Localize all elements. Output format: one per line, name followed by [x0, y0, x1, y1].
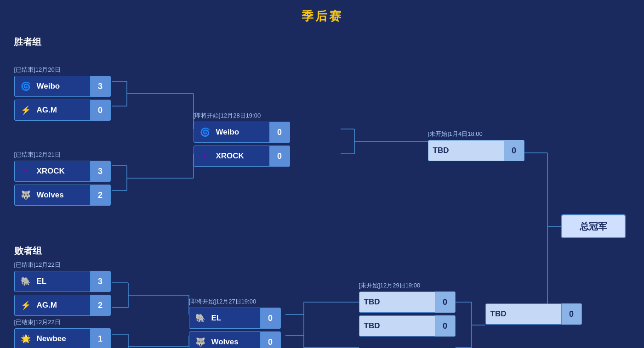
- w1-label: [已结束]12月20日: [14, 66, 111, 74]
- page-title: 季后赛: [0, 0, 644, 29]
- l3-team2: 🐺 Wolves 0: [189, 331, 281, 348]
- w2-team2-score: 2: [90, 185, 110, 206]
- el-icon-l3: 🐘: [192, 310, 209, 326]
- w1-team2: ⚡ AG.M 0: [14, 100, 111, 121]
- l1-team2: ⚡ AG.M 2: [14, 295, 111, 316]
- l1-label: [已结束]12月22日: [14, 261, 111, 269]
- w4-team1: TBD 0: [428, 140, 524, 161]
- w1-team1: 🌀 Weibo 3: [14, 76, 111, 97]
- w2-team1: ✦ XROCK 3: [14, 161, 111, 182]
- w3-team2-score: 0: [269, 146, 290, 167]
- l1-team1: 🐘 EL 3: [14, 271, 111, 292]
- w2-team2-name: Wolves: [37, 191, 90, 200]
- wolves-icon-l3: 🐺: [192, 334, 209, 348]
- w1-team1-score: 3: [90, 76, 110, 97]
- l4-team1-score: 0: [435, 292, 455, 313]
- l5-team1-name: TBD: [486, 309, 561, 319]
- weibo-icon-w3: 🌀: [197, 124, 213, 140]
- agm-icon-l1: ⚡: [17, 297, 34, 314]
- w4-label: [未开始]1月4日18:00: [428, 130, 524, 138]
- l3-label: [即将开始]12月27日19:00: [189, 297, 281, 306]
- l3-team1-score: 0: [260, 308, 280, 329]
- l1-team1-score: 3: [90, 271, 110, 292]
- agm-icon: ⚡: [17, 102, 34, 118]
- w4-team1-name: TBD: [428, 146, 504, 155]
- w4-team1-score: 0: [504, 140, 524, 161]
- losers-section-label: 败者组: [14, 245, 42, 257]
- el-icon-l1: 🐘: [17, 273, 34, 290]
- l4-team1-name: TBD: [359, 297, 435, 307]
- l4-team2: TBD 0: [359, 315, 456, 337]
- w2-team1-name: XROCK: [37, 167, 90, 176]
- winners-section-label: 胜者组: [14, 36, 630, 48]
- w3-team1-name: Weibo: [216, 128, 269, 137]
- xrock-icon: ✦: [17, 163, 34, 180]
- l2-label: [已结束]12月22日: [14, 318, 111, 326]
- w3-team1: 🌀 Weibo 0: [194, 122, 290, 143]
- wolves-icon-w2: 🐺: [17, 187, 34, 203]
- w1-team2-name: AG.M: [37, 106, 90, 115]
- weibo-icon: 🌀: [17, 78, 34, 95]
- newbee-icon: 🌟: [17, 331, 34, 347]
- l4-team2-score: 0: [435, 315, 455, 337]
- l3-team2-name: Wolves: [211, 337, 260, 347]
- l1-team2-score: 2: [90, 295, 110, 316]
- l1-team2-name: AG.M: [37, 301, 90, 310]
- l3-team1: 🐘 EL 0: [189, 308, 281, 329]
- xrock-icon-w3: ✦: [197, 148, 213, 164]
- w2-team1-score: 3: [90, 161, 110, 182]
- l1-team1-name: EL: [37, 277, 90, 286]
- grand-final-box: 总冠军: [561, 214, 626, 238]
- w3-team1-score: 0: [269, 122, 290, 143]
- l2-team1-score: 1: [90, 328, 110, 348]
- l4-label: [未开始]12月29日19:00: [359, 281, 456, 290]
- l5-team1-score: 0: [561, 303, 581, 325]
- w1-team2-score: 0: [90, 100, 110, 121]
- l3-team2-score: 0: [260, 331, 280, 348]
- w3-team2-name: XROCK: [216, 152, 269, 161]
- l4-team2-name: TBD: [359, 321, 435, 331]
- l2-team1: 🌟 Newbee 1: [14, 328, 111, 348]
- w1-team1-name: Weibo: [37, 82, 90, 91]
- l4-team1: TBD 0: [359, 292, 456, 313]
- w3-team2: ✦ XROCK 0: [194, 146, 290, 167]
- l3-team1-name: EL: [211, 314, 260, 323]
- l5-team1: TBD 0: [485, 303, 582, 325]
- l2-team1-name: Newbee: [37, 334, 90, 343]
- w2-label: [已结束]12月21日: [14, 151, 111, 159]
- w2-team2: 🐺 Wolves 2: [14, 185, 111, 206]
- w3-label: [即将开始]12月28日19:00: [194, 112, 290, 120]
